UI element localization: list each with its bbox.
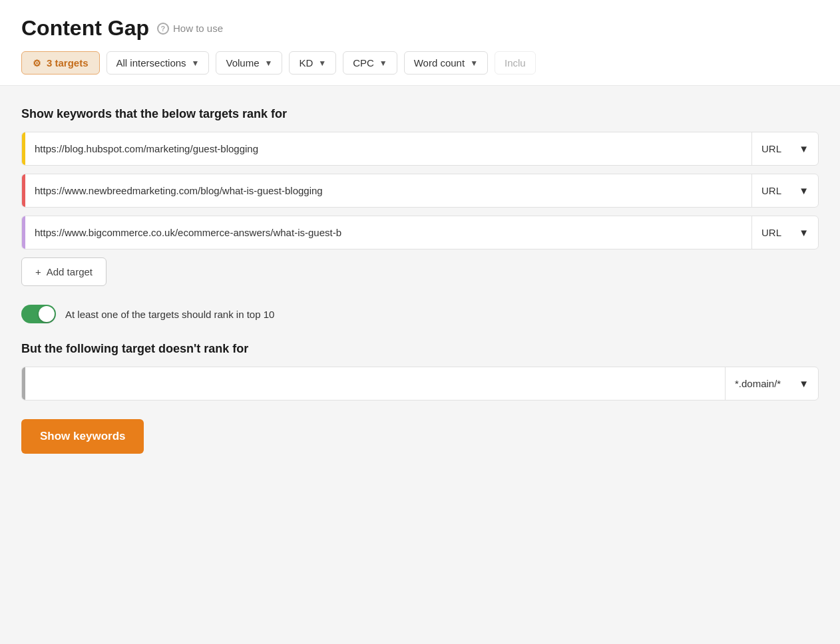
show-keywords-button[interactable]: Show keywords <box>21 419 144 454</box>
chevron-down-icon: ▼ <box>318 59 326 68</box>
page-header: Content Gap ? How to use <box>0 0 840 51</box>
filter-icon: ⚙ <box>33 58 41 69</box>
chevron-down-icon: ▼ <box>265 59 273 68</box>
kd-dropdown[interactable]: KD ▼ <box>289 51 336 75</box>
targets-button[interactable]: ⚙ 3 targets <box>21 51 100 75</box>
target-input-1[interactable] <box>25 132 751 165</box>
kd-label: KD <box>299 57 313 69</box>
exclude-row: *.domain/* ▼ <box>21 367 819 401</box>
cpc-label: CPC <box>353 57 374 69</box>
add-icon: + <box>35 266 41 277</box>
target-type-label-1: URL <box>761 143 781 154</box>
volume-dropdown[interactable]: Volume ▼ <box>216 51 282 75</box>
all-intersections-label: All intersections <box>116 57 186 69</box>
how-to-use-label: How to use <box>173 23 223 34</box>
target-row-2: URL ▼ <box>21 174 819 208</box>
target-type-select-3[interactable]: URL ▼ <box>751 216 818 249</box>
chevron-down-icon: ▼ <box>379 59 387 68</box>
exclude-type-label: *.domain/* <box>735 378 781 389</box>
inclu-dropdown[interactable]: Inclu <box>495 51 536 75</box>
add-target-label: Add target <box>47 266 93 277</box>
target-type-select-1[interactable]: URL ▼ <box>751 132 818 165</box>
section1-title: Show keywords that the below targets ran… <box>21 107 819 121</box>
target-input-2[interactable] <box>25 174 751 207</box>
target-type-select-2[interactable]: URL ▼ <box>751 174 818 207</box>
toolbar: ⚙ 3 targets All intersections ▼ Volume ▼… <box>0 51 840 86</box>
chevron-down-icon: ▼ <box>799 143 809 154</box>
chevron-down-icon: ▼ <box>192 59 200 68</box>
chevron-down-icon: ▼ <box>470 59 478 68</box>
top10-toggle[interactable] <box>21 305 56 323</box>
volume-label: Volume <box>226 57 259 69</box>
toggle-knob <box>39 306 55 322</box>
all-intersections-dropdown[interactable]: All intersections ▼ <box>106 51 210 75</box>
chevron-down-icon: ▼ <box>799 227 809 238</box>
target-row-1: URL ▼ <box>21 132 819 166</box>
toggle-label: At least one of the targets should rank … <box>65 309 274 320</box>
targets-label: 3 targets <box>47 57 89 69</box>
page-title: Content Gap <box>21 16 149 41</box>
inclu-label: Inclu <box>505 57 526 69</box>
cpc-dropdown[interactable]: CPC ▼ <box>343 51 397 75</box>
add-target-button[interactable]: + Add target <box>21 257 106 286</box>
section2-title: But the following target doesn't rank fo… <box>21 342 819 356</box>
toggle-section: At least one of the targets should rank … <box>21 305 819 323</box>
word-count-label: Word count <box>414 57 465 69</box>
how-to-use-link[interactable]: ? How to use <box>157 23 223 35</box>
word-count-dropdown[interactable]: Word count ▼ <box>404 51 488 75</box>
exclude-input[interactable] <box>25 367 725 400</box>
target-row-3: URL ▼ <box>21 216 819 249</box>
target-input-3[interactable] <box>25 216 751 249</box>
target-type-label-3: URL <box>761 227 781 238</box>
main-content: Show keywords that the below targets ran… <box>0 86 840 644</box>
chevron-down-icon: ▼ <box>799 378 809 389</box>
target-type-label-2: URL <box>761 185 781 196</box>
help-icon: ? <box>157 23 169 35</box>
exclude-type-select[interactable]: *.domain/* ▼ <box>725 367 818 400</box>
chevron-down-icon: ▼ <box>799 185 809 196</box>
